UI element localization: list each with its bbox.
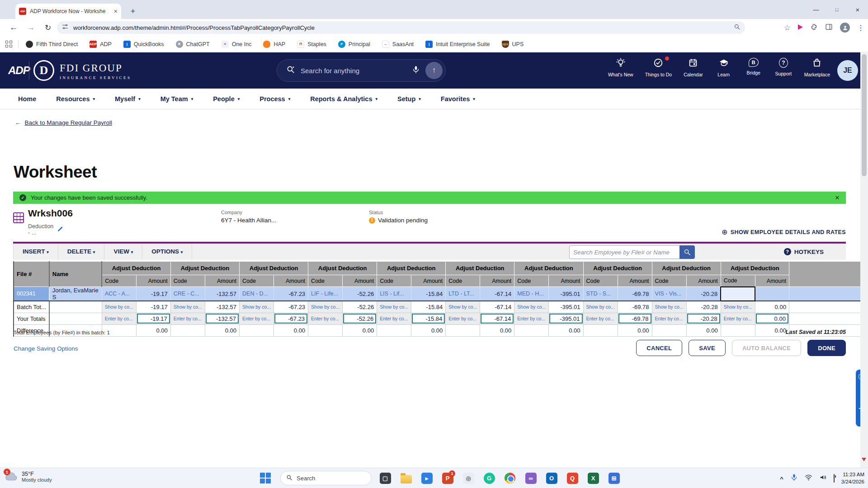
deduction-code-cell[interactable]: ACC - A...	[102, 287, 136, 301]
deduction-amount-cell[interactable]: -67.23	[274, 287, 308, 301]
enter-by-code-link[interactable]: Enter by co...	[583, 313, 618, 324]
battery-icon[interactable]	[834, 474, 835, 483]
employee-search-input[interactable]	[569, 245, 679, 259]
volume-icon[interactable]	[819, 474, 827, 483]
show-by-code-link[interactable]: Show by co...	[583, 301, 618, 313]
menu-view[interactable]: VIEW ▾	[104, 244, 142, 260]
address-bar[interactable]: workforcenow.adp.com/theme/admin.html#/P…	[57, 21, 745, 34]
your-total-input[interactable]: -52.26	[343, 313, 377, 324]
enter-by-code-link[interactable]: Enter by co...	[446, 313, 480, 324]
nav-item-home[interactable]: Home	[18, 95, 36, 103]
global-search-bar[interactable]: Search for anything ↑	[277, 59, 446, 82]
save-button[interactable]: SAVE	[689, 340, 726, 356]
powerpoint-icon[interactable]: P1	[441, 471, 454, 485]
back-link[interactable]: ← Back to Manage Regular Payroll	[15, 119, 112, 126]
enter-by-code-link[interactable]: Enter by co...	[652, 313, 686, 324]
kebab-menu-icon[interactable]: ⋮	[857, 23, 864, 32]
bookmark-item[interactable]: |QuickBooks	[123, 41, 164, 48]
chrome-icon[interactable]	[504, 471, 516, 485]
file-explorer-icon[interactable]	[400, 471, 412, 485]
nav-item-reports-analytics[interactable]: Reports & Analytics▾	[310, 95, 377, 103]
wifi-icon[interactable]	[805, 474, 812, 483]
show-by-code-link[interactable]: Show by co...	[377, 301, 411, 313]
maximize-icon[interactable]: □	[826, 0, 847, 19]
show-by-code-link[interactable]: Show by co...	[102, 301, 136, 313]
grammarly-icon[interactable]: G	[483, 471, 495, 485]
show-by-code-link[interactable]: Show by co...	[652, 301, 686, 313]
microphone-icon[interactable]	[790, 474, 798, 483]
bookmark-item[interactable]: ✳ChatGPT	[176, 41, 210, 48]
apps-grid-icon[interactable]	[5, 41, 13, 48]
deduction-amount-cell[interactable]: -132.57	[205, 287, 239, 301]
banner-close-icon[interactable]: ×	[835, 193, 840, 202]
your-total-input[interactable]: -69.78	[618, 313, 652, 324]
header-item-support[interactable]: ?Support	[774, 58, 793, 76]
header-item-calendar[interactable]: Calendar	[684, 58, 703, 77]
lens-icon[interactable]	[734, 23, 741, 32]
done-button[interactable]: DONE	[807, 340, 846, 356]
page-scrollbar[interactable]	[860, 52, 868, 468]
deduction-amount-cell[interactable]: -15.84	[411, 287, 446, 301]
menu-delete[interactable]: DELETE ▾	[58, 244, 105, 260]
minimize-icon[interactable]: —	[806, 0, 826, 19]
menu-options[interactable]: OPTIONS ▾	[142, 244, 192, 260]
header-item-what-s-new[interactable]: What's New	[608, 58, 633, 77]
nav-item-myself[interactable]: Myself▾	[115, 95, 141, 103]
tab-close-icon[interactable]: ×	[114, 8, 118, 15]
enter-by-code-link[interactable]: Enter by co...	[514, 313, 549, 324]
browser-tab[interactable]: ADP ADP Workforce Now - Workshe ×	[15, 4, 121, 19]
forward-icon[interactable]: →	[25, 23, 36, 33]
bookmark-item[interactable]: PPrincipal	[338, 41, 370, 48]
quick-app-icon[interactable]: Q	[566, 471, 579, 485]
extensions-puzzle-icon[interactable]	[810, 23, 818, 33]
enter-by-code-link[interactable]: Enter by co...	[308, 313, 343, 324]
global-search-placeholder[interactable]: Search for anything	[301, 67, 406, 75]
edit-pencil-icon[interactable]	[57, 225, 64, 234]
star-icon[interactable]: ☆	[784, 23, 791, 33]
remote-grid-icon[interactable]: ⊞	[608, 471, 620, 485]
enter-by-code-link[interactable]: Enter by co...	[170, 313, 205, 324]
taskbar-search[interactable]: Search	[280, 471, 372, 485]
nav-item-process[interactable]: Process▾	[259, 95, 290, 103]
your-total-input[interactable]: -395.01	[549, 313, 583, 324]
deduction-code-cell[interactable]: VIS - Vis...	[652, 287, 686, 301]
bookmark-item[interactable]: upsUPS	[502, 41, 524, 48]
employee-file-number[interactable]: 002341	[14, 287, 49, 301]
your-total-input[interactable]: -20.28	[686, 313, 721, 324]
show-by-code-link[interactable]: Show by co...	[721, 301, 755, 313]
adp-logo[interactable]: ADP	[8, 64, 30, 77]
enter-by-code-link[interactable]: Enter by co...	[721, 313, 755, 324]
bookmark-item[interactable]: Fifth Third Direct	[26, 41, 78, 48]
site-settings-icon[interactable]	[61, 23, 69, 32]
nav-item-setup[interactable]: Setup▾	[397, 95, 421, 103]
new-tab-button[interactable]: +	[127, 6, 138, 17]
your-total-input[interactable]: -132.57	[205, 313, 239, 324]
your-total-input[interactable]: -15.84	[411, 313, 446, 324]
close-icon[interactable]: ×	[847, 0, 868, 19]
chevron-up-icon[interactable]: ^	[780, 474, 783, 483]
menu-insert[interactable]: INSERT ▾	[13, 244, 58, 260]
deduction-code-cell[interactable]: STD - S...	[583, 287, 618, 301]
deduction-code-cell[interactable]: MED - H...	[514, 287, 549, 301]
show-employee-details-link[interactable]: ⊕ SHOW EMPLOYEE DETAILS AND RATES	[722, 228, 846, 236]
your-total-input[interactable]: 0.00	[755, 313, 789, 324]
your-total-input[interactable]: -67.14	[480, 313, 514, 324]
show-by-code-link[interactable]: Show by co...	[240, 301, 274, 313]
change-saving-options-link[interactable]: Change Saving Options	[14, 345, 78, 352]
nav-item-favorites[interactable]: Favorites▾	[441, 95, 475, 103]
deduction-amount-cell[interactable]: -52.26	[343, 287, 377, 301]
profile-avatar-icon[interactable]	[840, 23, 850, 33]
user-avatar[interactable]: JE	[837, 60, 858, 81]
deduction-code-cell[interactable]: LIS - Lif...	[377, 287, 411, 301]
header-item-things-to-do[interactable]: Things to Do	[645, 58, 672, 77]
cancel-button[interactable]: CANCEL	[636, 340, 682, 356]
task-view-icon[interactable]: ▢	[379, 471, 392, 485]
enter-by-code-link[interactable]: Enter by co...	[102, 313, 136, 324]
bookmark-item[interactable]: ≈One Inc	[222, 41, 252, 48]
enter-by-code-link[interactable]: Enter by co...	[377, 313, 411, 324]
deduction-amount-cell[interactable]: -19.17	[136, 287, 170, 301]
deduction-amount-cell[interactable]: -67.14	[480, 287, 514, 301]
search-submit-button[interactable]: ↑	[425, 62, 443, 79]
scrollbar-thumb[interactable]	[862, 54, 867, 176]
header-item-bridge[interactable]: BBridge	[745, 58, 763, 75]
